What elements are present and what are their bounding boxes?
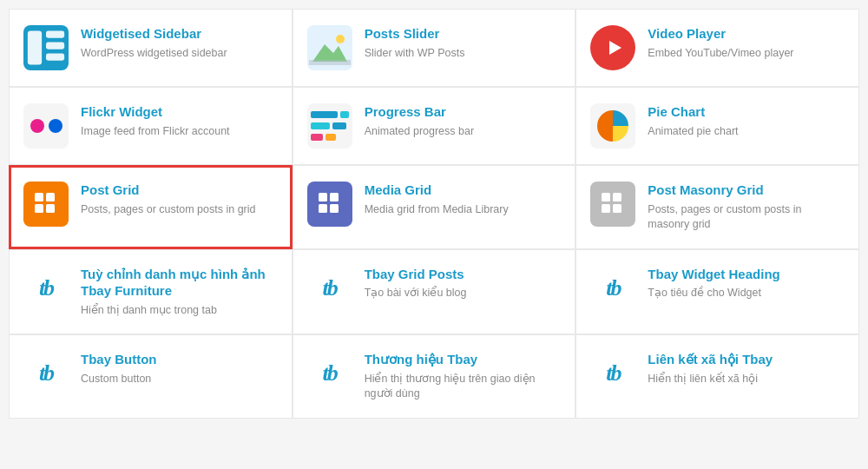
posts-slider-text: Posts Slider Slider with WP Posts — [365, 25, 562, 61]
svg-rect-17 — [330, 204, 339, 213]
tb-logo-2: tb — [323, 275, 337, 301]
post-masonry-desc: Posts, pages or custom posts in masonry … — [648, 202, 845, 233]
svg-rect-1 — [46, 31, 64, 38]
tbay-button-text: Tbay Button Custom button — [81, 351, 278, 386]
widget-grid: Widgetised Sidebar WordPress widgetised … — [9, 9, 859, 419]
posts-slider-desc: Slider with WP Posts — [365, 46, 562, 62]
svg-rect-21 — [613, 204, 621, 213]
svg-rect-13 — [46, 204, 55, 213]
post-masonry-icon — [590, 182, 635, 227]
post-grid-icon — [23, 182, 69, 227]
widget-thuong-hieu[interactable]: tb Thương hiệu Tbay Hiển thị thương hiệu… — [293, 334, 576, 419]
widget-post-grid[interactable]: Post Grid Posts, pages or custom posts i… — [9, 165, 293, 249]
tbay-button-desc: Custom button — [81, 372, 278, 387]
svg-rect-15 — [330, 193, 339, 201]
tbay-heading-icon: tb — [590, 266, 635, 311]
lien-ket-icon: tb — [590, 351, 635, 396]
tbay-grid-posts-desc: Tạo bài với kiểu blog — [365, 286, 562, 301]
widget-widgetised-sidebar[interactable]: Widgetised Sidebar WordPress widgetised … — [9, 9, 293, 87]
widget-tbay-heading[interactable]: tb Tbay Widget Heading Tạo tiêu đề cho W… — [575, 249, 859, 335]
video-player-title: Video Player — [648, 25, 845, 43]
svg-rect-19 — [613, 193, 621, 201]
flickr-icon — [23, 103, 69, 149]
flickr-text: Flickr Widget Image feed from Flickr acc… — [81, 103, 278, 139]
progress-bar-desc: Animated progress bar — [365, 124, 562, 140]
thuong-hieu-icon: tb — [307, 351, 352, 396]
tbay-button-title: Tbay Button — [81, 351, 278, 368]
widget-flickr[interactable]: Flickr Widget Image feed from Flickr acc… — [9, 87, 293, 165]
widgetised-sidebar-desc: WordPress widgetised sidebar — [81, 46, 278, 62]
pie-chart-text: Pie Chart Animated pie chart — [648, 103, 845, 139]
svg-point-6 — [336, 35, 345, 43]
widget-media-grid[interactable]: Media Grid Media grid from Media Library — [293, 165, 576, 249]
lien-ket-text: Liên kết xã hội Tbay Hiển thị liên kết x… — [648, 351, 845, 386]
tbay-heading-desc: Tạo tiêu đề cho Widget — [648, 286, 845, 301]
tb-logo: tb — [39, 275, 53, 301]
tbay-grid-posts-icon: tb — [307, 266, 352, 311]
svg-rect-20 — [602, 204, 610, 213]
tbay-tuy-chinh-icon: tb — [23, 266, 69, 311]
thuong-hieu-desc: Hiển thị thương hiệu trên giao diện ngườ… — [365, 372, 562, 402]
svg-rect-7 — [309, 60, 351, 65]
media-grid-title: Media Grid — [365, 182, 562, 199]
post-masonry-title: Post Masonry Grid — [648, 182, 845, 199]
svg-rect-0 — [28, 31, 42, 65]
svg-rect-10 — [35, 193, 43, 201]
thuong-hieu-title: Thương hiệu Tbay — [365, 351, 562, 368]
tbay-tuy-chinh-text: Tuỳ chỉnh danh mục hình ảnh Tbay Furnitu… — [81, 266, 278, 319]
tbay-heading-text: Tbay Widget Heading Tạo tiêu đề cho Widg… — [648, 266, 845, 301]
lien-ket-title: Liên kết xã hội Tbay — [648, 351, 845, 368]
tbay-grid-posts-title: Tbay Grid Posts — [365, 266, 562, 283]
widgetised-sidebar-text: Widgetised Sidebar WordPress widgetised … — [81, 25, 278, 61]
widget-tbay-button[interactable]: tb Tbay Button Custom button — [9, 334, 293, 419]
tbay-tuy-chinh-title: Tuỳ chỉnh danh mục hình ảnh Tbay Furnitu… — [81, 266, 278, 300]
post-grid-text: Post Grid Posts, pages or custom posts i… — [81, 182, 278, 217]
media-grid-text: Media Grid Media grid from Media Library — [365, 182, 562, 217]
post-masonry-text: Post Masonry Grid Posts, pages or custom… — [648, 182, 845, 233]
widget-tbay-tuy-chinh[interactable]: tb Tuỳ chỉnh danh mục hình ảnh Tbay Furn… — [9, 249, 293, 335]
widget-lien-ket[interactable]: tb Liên kết xã hội Tbay Hiển thị liên kế… — [575, 334, 859, 419]
progress-bar-visual — [311, 111, 349, 141]
tbay-heading-title: Tbay Widget Heading — [648, 266, 845, 283]
widgetised-sidebar-icon — [23, 25, 69, 70]
media-grid-icon — [307, 182, 352, 227]
tbay-grid-posts-text: Tbay Grid Posts Tạo bài với kiểu blog — [365, 266, 562, 301]
widget-progress-bar[interactable]: Progress Bar Animated progress bar — [293, 87, 576, 165]
progress-bar-icon — [307, 103, 352, 149]
video-player-desc: Embed YouTube/Vimeo player — [648, 46, 845, 62]
progress-bar-text: Progress Bar Animated progress bar — [365, 103, 562, 139]
flickr-title: Flickr Widget — [81, 103, 278, 121]
tb-logo-6: tb — [606, 360, 620, 386]
svg-marker-8 — [609, 41, 621, 55]
progress-bar-title: Progress Bar — [365, 103, 562, 121]
svg-rect-12 — [35, 204, 43, 213]
video-player-icon — [590, 25, 635, 70]
pie-chart-desc: Animated pie chart — [648, 124, 845, 140]
svg-rect-2 — [46, 43, 64, 50]
posts-slider-icon — [307, 25, 352, 70]
flickr-desc: Image feed from Flickr account — [81, 124, 278, 140]
flickr-dots — [30, 119, 62, 133]
tbay-tuy-chinh-desc: Hiển thị danh mục trong tab — [81, 303, 278, 319]
widget-video-player[interactable]: Video Player Embed YouTube/Vimeo player — [575, 9, 859, 87]
widget-tbay-grid-posts[interactable]: tb Tbay Grid Posts Tạo bài với kiểu blog — [293, 249, 576, 335]
svg-rect-14 — [319, 193, 327, 201]
widgetised-sidebar-title: Widgetised Sidebar — [81, 25, 278, 43]
posts-slider-title: Posts Slider — [365, 25, 562, 43]
tb-logo-4: tb — [39, 360, 53, 386]
widget-post-masonry[interactable]: Post Masonry Grid Posts, pages or custom… — [575, 165, 859, 249]
thuong-hieu-text: Thương hiệu Tbay Hiển thị thương hiệu tr… — [365, 351, 562, 402]
svg-rect-16 — [319, 204, 327, 213]
tb-logo-5: tb — [323, 360, 337, 386]
video-player-text: Video Player Embed YouTube/Vimeo player — [648, 25, 845, 61]
widget-posts-slider[interactable]: Posts Slider Slider with WP Posts — [293, 9, 576, 87]
pie-chart-title: Pie Chart — [648, 103, 845, 121]
post-grid-title: Post Grid — [81, 182, 278, 199]
pie-chart-icon — [590, 103, 635, 149]
svg-rect-18 — [602, 193, 610, 201]
flickr-dot-blue — [49, 119, 62, 133]
svg-rect-11 — [46, 193, 55, 201]
post-grid-desc: Posts, pages or custom posts in grid — [81, 202, 278, 218]
widget-pie-chart[interactable]: Pie Chart Animated pie chart — [575, 87, 859, 165]
media-grid-desc: Media grid from Media Library — [365, 202, 562, 218]
